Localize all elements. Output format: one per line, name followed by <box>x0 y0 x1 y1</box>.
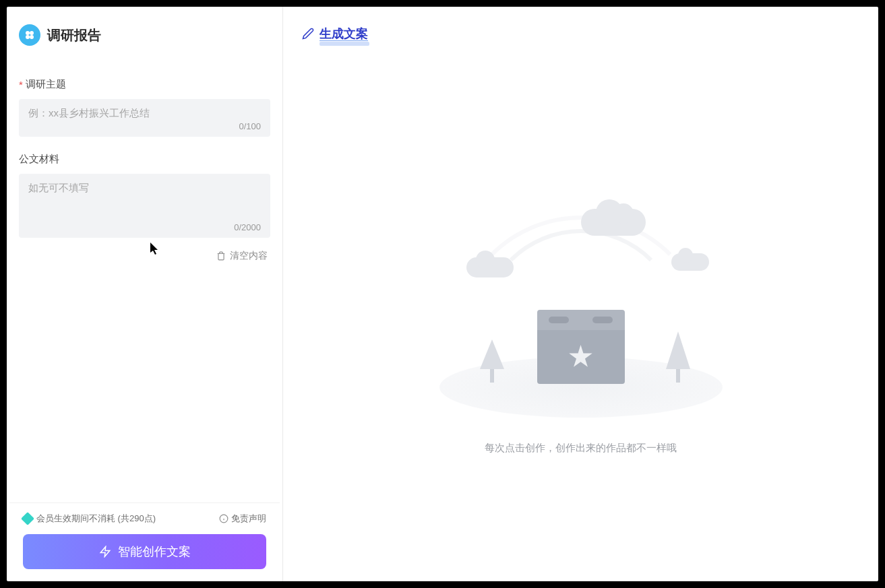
main-header: 生成文案 <box>283 7 878 42</box>
edit-icon <box>302 28 314 40</box>
svg-marker-7 <box>100 547 110 557</box>
topic-label-text: 调研主题 <box>26 78 66 91</box>
topic-input-wrap: 0/100 <box>19 99 270 137</box>
material-label: 公文材料 <box>19 153 270 166</box>
material-textarea[interactable] <box>28 182 261 220</box>
app-logo-icon <box>19 24 40 46</box>
empty-illustration <box>439 195 723 424</box>
clear-content-button[interactable]: 清空内容 <box>19 238 270 262</box>
material-label-text: 公文材料 <box>19 153 59 166</box>
svg-point-0 <box>26 31 30 35</box>
credit-text: 会员生效期间不消耗 (共290点) <box>36 513 156 525</box>
app-title: 调研报告 <box>47 26 101 44</box>
svg-point-3 <box>30 35 34 39</box>
disclaimer-label: 免责声明 <box>231 513 266 525</box>
topic-input[interactable] <box>28 107 261 119</box>
form-area: * 调研主题 0/100 公文材料 0/2000 清空内容 <box>7 53 282 502</box>
generate-button[interactable]: 智能创作文案 <box>23 534 266 569</box>
diamond-icon <box>21 512 34 525</box>
topic-label: * 调研主题 <box>19 78 270 91</box>
empty-state: 每次点击创作，创作出来的作品都不一样哦 <box>283 42 878 581</box>
generate-tab[interactable]: 生成文案 <box>319 26 368 42</box>
sidebar: 调研报告 * 调研主题 0/100 公文材料 0/2000 清空内容 <box>7 7 283 581</box>
lightning-icon <box>99 546 111 558</box>
topic-counter: 0/100 <box>28 121 261 131</box>
info-icon <box>219 514 228 523</box>
sidebar-header: 调研报告 <box>7 7 282 53</box>
footer-info-row: 会员生效期间不消耗 (共290点) 免责声明 <box>23 513 266 525</box>
material-input-wrap: 0/2000 <box>19 174 270 238</box>
clear-content-label: 清空内容 <box>230 250 268 262</box>
credit-info: 会员生效期间不消耗 (共290点) <box>23 513 156 525</box>
main-panel: 生成文案 每次点击创作，创作出来的作品都不一样哦 <box>283 7 878 581</box>
app-window: 调研报告 * 调研主题 0/100 公文材料 0/2000 清空内容 <box>7 7 878 581</box>
svg-point-2 <box>26 35 30 39</box>
generate-button-label: 智能创作文案 <box>118 544 191 560</box>
empty-hint-text: 每次点击创作，创作出来的作品都不一样哦 <box>485 442 677 455</box>
material-counter: 0/2000 <box>28 222 261 232</box>
sidebar-footer: 会员生效期间不消耗 (共290点) 免责声明 智能创作文案 <box>9 502 280 581</box>
trash-icon <box>216 251 226 261</box>
disclaimer-link[interactable]: 免责声明 <box>219 513 266 525</box>
svg-point-1 <box>30 31 34 35</box>
required-star-icon: * <box>19 79 23 90</box>
